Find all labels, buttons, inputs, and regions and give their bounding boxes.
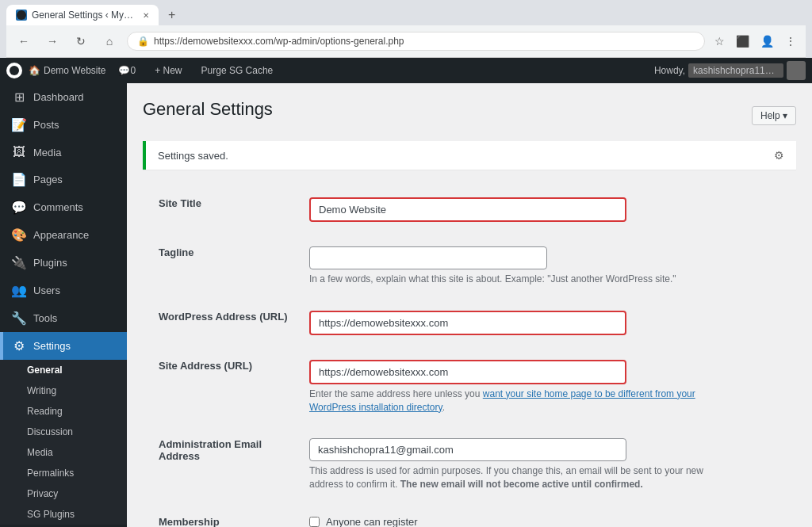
sidebar-item-media[interactable]: 🖼 Media bbox=[0, 139, 127, 166]
membership-checkbox[interactable] bbox=[309, 517, 320, 527]
sidebar-item-users[interactable]: 👥 Users bbox=[0, 277, 127, 304]
comments-count: 0 bbox=[130, 65, 136, 76]
admin-bar-right: Howdy, kashishchopra11@gmail.com bbox=[654, 61, 806, 80]
site-title-input[interactable] bbox=[309, 197, 626, 222]
tab-favicon bbox=[16, 10, 27, 21]
site-address-input[interactable] bbox=[309, 360, 626, 384]
reload-button[interactable]: ↻ bbox=[70, 30, 92, 52]
sidebar-subitem-privacy[interactable]: Privacy bbox=[0, 483, 127, 504]
admin-email-input[interactable] bbox=[309, 438, 626, 461]
wp-address-input[interactable] bbox=[309, 311, 626, 335]
admin-email-note: The new email will not become active unt… bbox=[400, 479, 643, 490]
sidebar-comments-label: Comments bbox=[33, 201, 83, 213]
admin-email-description: This address is used for admin purposes.… bbox=[309, 464, 706, 491]
site-title-row: Site Title bbox=[143, 185, 796, 235]
sidebar-item-posts[interactable]: 📝 Posts bbox=[0, 111, 127, 139]
sidebar-users-label: Users bbox=[33, 285, 60, 296]
sidebar-dashboard-label: Dashboard bbox=[33, 91, 84, 103]
admin-user-name: kashishchopra11@gmail.com bbox=[688, 63, 783, 78]
wp-sidebar: ⊞ Dashboard 📝 Posts 🖼 Media 📄 Pages 💬 bbox=[0, 83, 127, 527]
site-icon: 🏠 bbox=[29, 65, 40, 76]
admin-email-label: Administration Email Address bbox=[159, 438, 262, 462]
tab-close-button[interactable]: ✕ bbox=[143, 11, 149, 20]
appearance-icon: 🎨 bbox=[11, 227, 27, 242]
membership-label: Membership bbox=[159, 516, 220, 527]
plugins-icon: 🔌 bbox=[11, 255, 27, 270]
sidebar-item-plugins[interactable]: 🔌 Plugins bbox=[0, 249, 127, 277]
sidebar-item-tools[interactable]: 🔧 Tools bbox=[0, 304, 127, 332]
notice-settings-icon[interactable]: ⚙ bbox=[774, 149, 784, 162]
howdy-text: Howdy, bbox=[654, 65, 685, 76]
browser-toolbar: ← → ↻ ⌂ 🔒 https://demowebsitexxx.com/wp-… bbox=[6, 25, 806, 58]
bookmark-button[interactable]: ☆ bbox=[711, 32, 728, 51]
posts-icon: 📝 bbox=[11, 117, 27, 132]
admin-bar-comments[interactable]: 💬 0 bbox=[112, 58, 142, 83]
admin-bar-site-name[interactable]: Demo Website bbox=[44, 65, 105, 76]
pages-icon: 📄 bbox=[11, 172, 27, 187]
tagline-description: In a few words, explain what this site i… bbox=[309, 273, 706, 286]
settings-form-table: Site Title Tagline In a few words, expla… bbox=[143, 185, 796, 527]
sidebar-subitem-media[interactable]: Media bbox=[0, 442, 127, 463]
admin-avatar[interactable] bbox=[787, 61, 806, 80]
wp-logo[interactable] bbox=[6, 63, 22, 78]
back-button[interactable]: ← bbox=[13, 30, 35, 52]
site-address-link[interactable]: want your site home page to be different… bbox=[309, 388, 695, 413]
admin-bar-site: 🏠 Demo Website bbox=[29, 65, 105, 76]
membership-checkbox-text: Anyone can register bbox=[326, 516, 418, 527]
settings-submenu: General Writing Reading Discussion Media… bbox=[0, 360, 127, 525]
notice-text: Settings saved. bbox=[158, 150, 228, 162]
url-text: https://demowebsitexxx.com/wp-admin/opti… bbox=[154, 36, 404, 47]
address-bar[interactable]: 🔒 https://demowebsitexxx.com/wp-admin/op… bbox=[127, 32, 705, 51]
settings-icon: ⚙ bbox=[11, 338, 27, 353]
sidebar-item-pages[interactable]: 📄 Pages bbox=[0, 166, 127, 193]
sidebar-item-settings[interactable]: ⚙ Settings bbox=[0, 332, 127, 360]
sidebar-menu: ⊞ Dashboard 📝 Posts 🖼 Media 📄 Pages 💬 bbox=[0, 83, 127, 525]
lock-icon: 🔒 bbox=[137, 36, 149, 47]
sidebar-subitem-discussion[interactable]: Discussion bbox=[0, 422, 127, 442]
sidebar-subitem-sg-plugins[interactable]: SG Plugins bbox=[0, 504, 127, 525]
sidebar-subitem-permalinks[interactable]: Permalinks bbox=[0, 463, 127, 483]
comments-bubble-icon: 💬 bbox=[118, 65, 130, 76]
dashboard-icon: ⊞ bbox=[11, 90, 27, 105]
wp-admin-bar: 🏠 Demo Website 💬 0 + New Purge SG Cache … bbox=[0, 58, 812, 83]
tagline-row: Tagline In a few words, explain what thi… bbox=[143, 235, 796, 299]
media-icon: 🖼 bbox=[11, 145, 27, 159]
wp-admin: 🏠 Demo Website 💬 0 + New Purge SG Cache … bbox=[0, 58, 812, 527]
site-address-label: Site Address (URL) bbox=[159, 360, 252, 372]
sidebar-tools-label: Tools bbox=[33, 312, 57, 324]
admin-bar-purge[interactable]: Purge SG Cache bbox=[195, 58, 280, 83]
sidebar-item-comments[interactable]: 💬 Comments bbox=[0, 193, 127, 221]
sidebar-subitem-general[interactable]: General bbox=[0, 360, 127, 380]
sidebar-subitem-writing[interactable]: Writing bbox=[0, 380, 127, 401]
sidebar-settings-label: Settings bbox=[33, 340, 71, 352]
wp-address-label: WordPress Address (URL) bbox=[159, 311, 288, 323]
new-tab-button[interactable]: + bbox=[162, 5, 182, 25]
extensions-button[interactable]: ⬛ bbox=[733, 32, 753, 51]
tools-icon: 🔧 bbox=[11, 311, 27, 326]
sidebar-pages-label: Pages bbox=[33, 174, 63, 185]
sidebar-item-dashboard[interactable]: ⊞ Dashboard bbox=[0, 83, 127, 111]
tagline-label: Tagline bbox=[159, 246, 194, 258]
content-inner: General Settings Help ▾ Settings saved. … bbox=[127, 83, 812, 527]
menu-button[interactable]: ⋮ bbox=[782, 32, 799, 51]
browser-actions: ☆ ⬛ 👤 ⋮ bbox=[711, 32, 799, 51]
sidebar-subitem-reading[interactable]: Reading bbox=[0, 401, 127, 422]
tagline-input[interactable] bbox=[309, 246, 547, 269]
site-address-row: Site Address (URL) Enter the same addres… bbox=[143, 347, 796, 426]
page-title: General Settings bbox=[143, 99, 273, 120]
sidebar-item-appearance[interactable]: 🎨 Appearance bbox=[0, 221, 127, 249]
wp-main: ⊞ Dashboard 📝 Posts 🖼 Media 📄 Pages 💬 bbox=[0, 83, 812, 527]
forward-button[interactable]: → bbox=[41, 30, 63, 52]
profile-button[interactable]: 👤 bbox=[757, 32, 777, 51]
admin-email-row: Administration Email Address This addres… bbox=[143, 426, 796, 504]
sidebar-posts-label: Posts bbox=[33, 119, 59, 131]
sidebar-media-label: Media bbox=[33, 147, 61, 158]
browser-tab-active[interactable]: General Settings ‹ My WordP… ✕ bbox=[6, 5, 159, 25]
membership-checkbox-label: Anyone can register bbox=[309, 516, 780, 527]
help-button[interactable]: Help ▾ bbox=[752, 106, 796, 125]
home-button[interactable]: ⌂ bbox=[98, 30, 121, 52]
wp-content: General Settings Help ▾ Settings saved. … bbox=[127, 83, 812, 527]
admin-bar-new[interactable]: + New bbox=[148, 58, 188, 83]
wp-address-row: WordPress Address (URL) document.querySe… bbox=[143, 298, 796, 347]
sidebar-appearance-label: Appearance bbox=[33, 229, 89, 241]
